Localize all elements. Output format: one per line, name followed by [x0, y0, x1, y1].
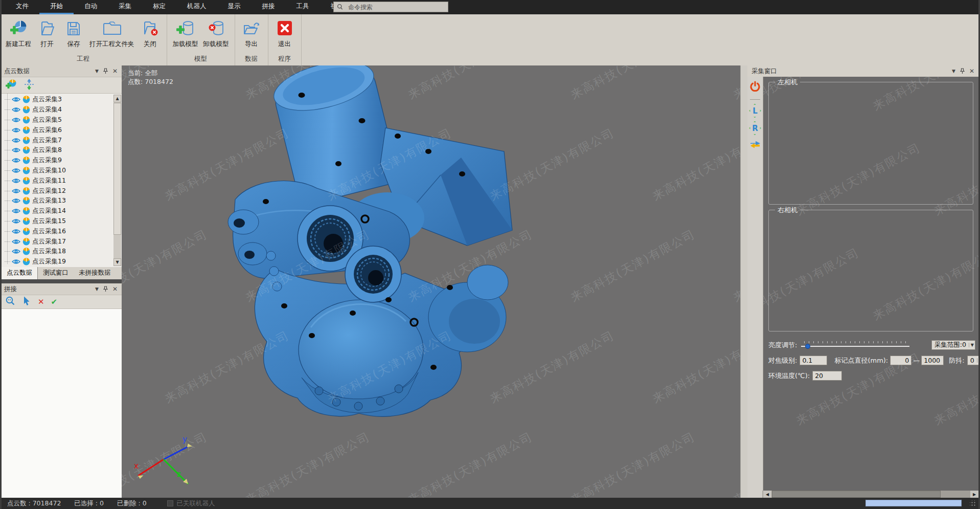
swap-cameras-button[interactable]: [749, 140, 761, 152]
scanned-model-3d[interactable]: [122, 65, 740, 498]
tab-test-window[interactable]: 测试窗口: [38, 267, 74, 279]
tree-item[interactable]: 点云采集3: [0, 95, 114, 105]
scroll-up-button[interactable]: ▲: [113, 95, 121, 102]
reject-button[interactable]: ✕: [38, 298, 44, 306]
new-project-icon: [9, 18, 28, 39]
add-point-cloud-button[interactable]: [5, 78, 17, 93]
tree-item[interactable]: 点云采集7: [0, 135, 114, 145]
panel-dropdown-icon[interactable]: ▼: [95, 69, 99, 74]
capture-range-dropdown[interactable]: 采集范围:0 ▼: [931, 340, 975, 350]
panel-pin-icon[interactable]: [103, 286, 108, 292]
exit-button[interactable]: 退出: [271, 17, 298, 50]
focus-level-input[interactable]: [800, 356, 827, 365]
visibility-eye-icon[interactable]: [12, 218, 20, 225]
visibility-eye-icon[interactable]: [12, 197, 20, 204]
tree-item[interactable]: 点云采集19: [0, 257, 114, 267]
menu-item[interactable]: 拼接: [252, 0, 286, 14]
visibility-eye-icon[interactable]: [12, 248, 20, 255]
visibility-eye-icon[interactable]: [12, 238, 20, 245]
tree-item[interactable]: 点云采集16: [0, 226, 114, 236]
export-button[interactable]: 导出: [238, 17, 265, 50]
slider-handle[interactable]: [805, 344, 810, 349]
save-button[interactable]: 保存: [60, 17, 87, 50]
left-camera-button[interactable]: ⌃⌄‹›L: [749, 105, 761, 117]
tree-item[interactable]: 点云采集8: [0, 145, 114, 156]
menu-item[interactable]: 标定: [142, 0, 176, 14]
menu-item[interactable]: 采集: [108, 0, 142, 14]
panel-splitter[interactable]: [740, 65, 747, 498]
scroll-left-button[interactable]: ◀: [763, 491, 771, 498]
visibility-eye-icon[interactable]: [12, 258, 20, 265]
menu-item[interactable]: 开始: [39, 0, 74, 14]
brightness-slider[interactable]: [801, 341, 909, 349]
tree-item[interactable]: 点云采集12: [0, 186, 114, 196]
visibility-eye-icon[interactable]: [12, 96, 20, 103]
scroll-right-button[interactable]: ▶: [970, 491, 978, 498]
marker-max-input[interactable]: [921, 356, 944, 365]
menu-item[interactable]: 显示: [217, 0, 252, 14]
close-project-button[interactable]: 关闭: [137, 17, 164, 50]
visibility-eye-icon[interactable]: [12, 127, 20, 134]
cursor-select-button[interactable]: [22, 296, 31, 308]
visibility-eye-icon[interactable]: [12, 188, 20, 194]
visibility-eye-icon[interactable]: [12, 147, 20, 153]
ambient-temp-input[interactable]: [812, 371, 842, 381]
scrollbar-thumb[interactable]: [113, 103, 121, 235]
reorder-arrows-button[interactable]: [24, 78, 35, 93]
tree-item[interactable]: 点云采集4: [0, 105, 114, 115]
open-project-folder-button[interactable]: 打开工程文件夹: [87, 17, 137, 50]
tab-point-cloud-data[interactable]: 点云数据: [1, 267, 38, 279]
panel-close-icon[interactable]: ✕: [112, 285, 118, 293]
focus-level-label: 对焦级别:: [768, 356, 797, 365]
tree-item[interactable]: 点云采集13: [0, 196, 114, 206]
tree-item[interactable]: 点云采集11: [0, 175, 114, 186]
tree-item[interactable]: 点云采集18: [0, 247, 114, 257]
visibility-eye-icon[interactable]: [12, 228, 20, 235]
search-input[interactable]: [347, 3, 445, 11]
panel-close-icon[interactable]: ✕: [112, 68, 118, 75]
tree-item[interactable]: 点云采集17: [0, 236, 114, 247]
visibility-eye-icon[interactable]: [12, 157, 20, 164]
tree-item[interactable]: 点云采集15: [0, 216, 114, 227]
unload-model-button[interactable]: 卸载模型: [201, 17, 232, 50]
tab-unspliced-data[interactable]: 未拼接数据: [74, 267, 116, 279]
viewport-3d[interactable]: 当前: 全部 点数: 7018472 来高科技(天津)有限公司来高科技(天津)有…: [122, 65, 740, 498]
panel-dropdown-icon[interactable]: ▼: [952, 69, 955, 74]
panel-pin-icon[interactable]: [960, 68, 965, 74]
panel-close-icon[interactable]: ✕: [969, 68, 974, 75]
tree-item[interactable]: 点云采集5: [0, 115, 114, 125]
marker-min-input[interactable]: [890, 356, 911, 365]
menu-item[interactable]: 工具: [286, 0, 320, 14]
load-model-button[interactable]: 加载模型: [170, 17, 201, 50]
marker-diameter-label: 标记点直径(mm):: [834, 356, 888, 365]
tree-item[interactable]: 点云采集10: [0, 166, 114, 176]
left-camera-groupbox: 左相机: [768, 82, 973, 205]
menu-item[interactable]: 文件: [5, 0, 39, 14]
tree-scrollbar[interactable]: ▲ ▼: [113, 95, 121, 266]
right-camera-button[interactable]: ⌃⌄‹›R: [749, 122, 761, 135]
power-button[interactable]: [749, 81, 761, 94]
panel-dropdown-icon[interactable]: ▼: [95, 286, 99, 292]
new-project-button[interactable]: 新建工程: [3, 17, 34, 50]
open-button[interactable]: 打开: [34, 17, 60, 50]
status-robot-link: 已关联机器人: [167, 499, 215, 508]
capture-horizontal-scrollbar[interactable]: ◀ ▶: [747, 491, 978, 498]
menu-item[interactable]: 机器人: [176, 0, 217, 14]
resize-grip[interactable]: [970, 500, 976, 506]
visibility-eye-icon[interactable]: [12, 106, 20, 113]
scrollbar-thumb[interactable]: [772, 491, 941, 498]
visibility-eye-icon[interactable]: [12, 178, 20, 184]
visibility-eye-icon[interactable]: [12, 117, 20, 123]
command-search-box[interactable]: [333, 2, 448, 12]
visibility-eye-icon[interactable]: [12, 208, 20, 214]
accept-button[interactable]: ✔: [51, 298, 58, 306]
tree-item[interactable]: 点云采集9: [0, 156, 114, 166]
visibility-eye-icon[interactable]: [12, 137, 20, 144]
visibility-eye-icon[interactable]: [12, 167, 20, 174]
zoom-select-button[interactable]: [5, 296, 15, 308]
tree-item[interactable]: 点云采集14: [0, 206, 114, 216]
tree-item[interactable]: 点云采集6: [0, 125, 114, 135]
scroll-down-button[interactable]: ▼: [113, 258, 121, 266]
panel-pin-icon[interactable]: [103, 68, 108, 74]
menu-item[interactable]: 自动: [74, 0, 108, 14]
